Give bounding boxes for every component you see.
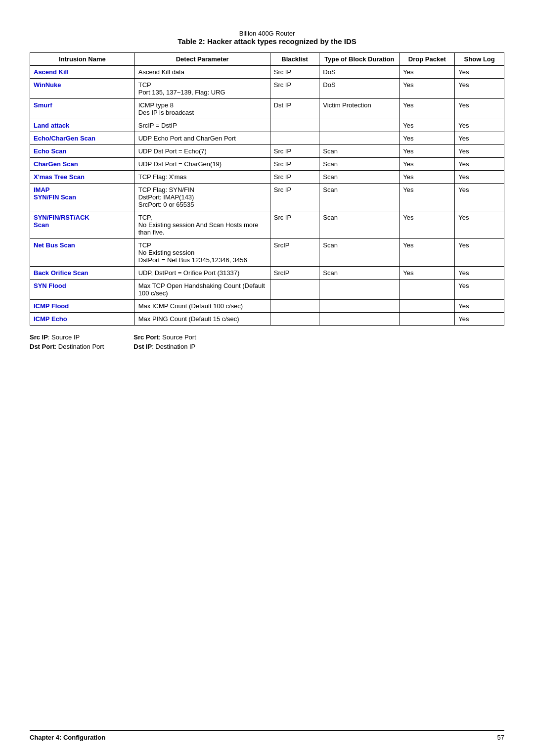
cell-drop: Yes xyxy=(400,79,455,99)
cell-blacklist xyxy=(270,300,319,313)
cell-name: Net Bus Scan xyxy=(30,239,135,267)
table-row: ICMP EchoMax PING Count (Default 15 c/se… xyxy=(30,313,504,326)
cell-show: Yes xyxy=(455,171,504,184)
cell-name: Smurf xyxy=(30,99,135,119)
cell-blacklist: SrcIP xyxy=(270,239,319,267)
cell-block: DoS xyxy=(319,79,400,99)
table-row: Ascend KillAscend Kill dataSrc IPDoSYesY… xyxy=(30,66,504,79)
cell-drop: Yes xyxy=(400,119,455,132)
table-row: ICMP FloodMax ICMP Count (Default 100 c/… xyxy=(30,300,504,313)
cell-detect: TCP Flag: X'mas xyxy=(134,171,270,184)
table-row: Echo ScanUDP Dst Port = Echo(7)Src IPSca… xyxy=(30,145,504,158)
table-row: Echo/CharGen ScanUDP Echo Port and CharG… xyxy=(30,132,504,145)
dst-ip-text: : Destination IP xyxy=(152,343,195,350)
cell-block xyxy=(319,300,400,313)
table-header-row: Intrusion Name Detect Parameter Blacklis… xyxy=(30,53,504,66)
cell-drop: Yes xyxy=(400,267,455,280)
cell-show: Yes xyxy=(455,158,504,171)
cell-drop: Yes xyxy=(400,239,455,267)
cell-name: Ascend Kill xyxy=(30,66,135,79)
cell-show: Yes xyxy=(455,300,504,313)
cell-block xyxy=(319,280,400,300)
dst-ip-note: Dst IP: Destination IP xyxy=(134,343,196,350)
cell-blacklist: Src IP xyxy=(270,158,319,171)
cell-show: Yes xyxy=(455,184,504,211)
table-row: X'mas Tree ScanTCP Flag: X'masSrc IPScan… xyxy=(30,171,504,184)
cell-blacklist xyxy=(270,313,319,326)
cell-blacklist xyxy=(270,119,319,132)
cell-blacklist xyxy=(270,132,319,145)
src-ip-text: : Source IP xyxy=(48,333,80,341)
cell-drop xyxy=(400,280,455,300)
cell-name: Echo Scan xyxy=(30,145,135,158)
cell-name: X'mas Tree Scan xyxy=(30,171,135,184)
cell-show: Yes xyxy=(455,132,504,145)
table-row: SmurfICMP type 8Des IP is broadcastDst I… xyxy=(30,99,504,119)
page-footer: Chapter 4: Configuration 57 xyxy=(30,730,504,741)
cell-drop xyxy=(400,313,455,326)
cell-detect: TCPNo Existing sessionDstPort = Net Bus … xyxy=(134,239,270,267)
cell-name: ICMP Flood xyxy=(30,300,135,313)
cell-detect: ICMP type 8Des IP is broadcast xyxy=(134,99,270,119)
cell-drop: Yes xyxy=(400,99,455,119)
cell-show: Yes xyxy=(455,313,504,326)
cell-detect: UDP Dst Port = Echo(7) xyxy=(134,145,270,158)
cell-show: Yes xyxy=(455,99,504,119)
cell-show: Yes xyxy=(455,145,504,158)
page-subtitle: Billion 400G Router xyxy=(30,30,504,37)
cell-block: Scan xyxy=(319,171,400,184)
page-header: Billion 400G Router Table 2: Hacker atta… xyxy=(30,30,504,46)
src-port-label: Src Port xyxy=(134,333,159,341)
cell-show: Yes xyxy=(455,79,504,99)
cell-show: Yes xyxy=(455,66,504,79)
cell-blacklist: Src IP xyxy=(270,79,319,99)
cell-block: Scan xyxy=(319,267,400,280)
src-port-note: Src Port: Source Port xyxy=(134,333,196,341)
hacker-attack-table: Intrusion Name Detect Parameter Blacklis… xyxy=(30,52,504,326)
cell-detect: TCP Flag: SYN/FINDstPort: IMAP(143)SrcPo… xyxy=(134,184,270,211)
cell-block xyxy=(319,132,400,145)
cell-detect: Ascend Kill data xyxy=(134,66,270,79)
cell-detect: UDP, DstPort = Orifice Port (31337) xyxy=(134,267,270,280)
col-header-name: Intrusion Name xyxy=(30,53,135,66)
chapter-label: Chapter 4: Configuration xyxy=(30,734,105,741)
col-header-blacklist: Blacklist xyxy=(270,53,319,66)
cell-detect: TCPPort 135, 137~139, Flag: URG xyxy=(134,79,270,99)
cell-block: Scan xyxy=(319,239,400,267)
col-header-detect: Detect Parameter xyxy=(134,53,270,66)
footer-notes: Src IP: Source IP Dst Port: Destination … xyxy=(30,333,504,350)
cell-drop xyxy=(400,300,455,313)
cell-show: Yes xyxy=(455,267,504,280)
cell-show: Yes xyxy=(455,239,504,267)
cell-detect: SrcIP = DstIP xyxy=(134,119,270,132)
table-row: WinNukeTCPPort 135, 137~139, Flag: URGSr… xyxy=(30,79,504,99)
col-header-show: Show Log xyxy=(455,53,504,66)
cell-show: Yes xyxy=(455,119,504,132)
cell-name: WinNuke xyxy=(30,79,135,99)
table-row: Land attackSrcIP = DstIPYesYes xyxy=(30,119,504,132)
cell-blacklist: Src IP xyxy=(270,171,319,184)
cell-blacklist: SrcIP xyxy=(270,267,319,280)
cell-name: SYN/FIN/RST/ACKScan xyxy=(30,211,135,239)
dst-port-note: Dst Port: Destination Port xyxy=(30,343,104,350)
cell-drop: Yes xyxy=(400,184,455,211)
footer-col-2: Src Port: Source Port Dst IP: Destinatio… xyxy=(134,333,196,350)
cell-name: ICMP Echo xyxy=(30,313,135,326)
src-ip-note: Src IP: Source IP xyxy=(30,333,104,341)
cell-blacklist: Src IP xyxy=(270,145,319,158)
cell-show: Yes xyxy=(455,280,504,300)
cell-detect: Max TCP Open Handshaking Count (Default … xyxy=(134,280,270,300)
cell-detect: UDP Dst Port = CharGen(19) xyxy=(134,158,270,171)
cell-name: Land attack xyxy=(30,119,135,132)
cell-block: DoS xyxy=(319,66,400,79)
cell-drop: Yes xyxy=(400,158,455,171)
cell-block: Scan xyxy=(319,184,400,211)
cell-name: Echo/CharGen Scan xyxy=(30,132,135,145)
dst-ip-label: Dst IP xyxy=(134,343,152,350)
table-row: Back Orifice ScanUDP, DstPort = Orifice … xyxy=(30,267,504,280)
col-header-drop: Drop Packet xyxy=(400,53,455,66)
page-number: 57 xyxy=(497,734,504,741)
dst-port-label: Dst Port xyxy=(30,343,55,350)
cell-detect: UDP Echo Port and CharGen Port xyxy=(134,132,270,145)
cell-block: Scan xyxy=(319,158,400,171)
